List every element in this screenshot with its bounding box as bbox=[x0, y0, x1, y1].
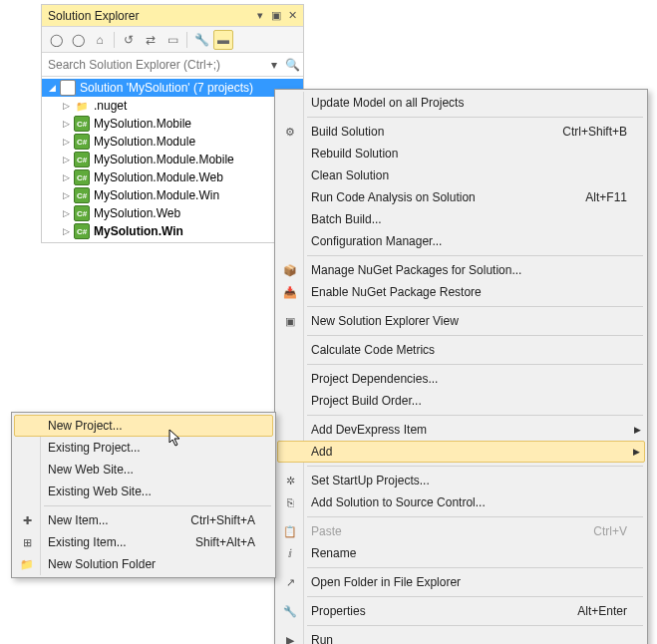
sync-button[interactable]: ↺ bbox=[119, 30, 139, 50]
refresh-button[interactable]: ⇄ bbox=[141, 30, 161, 50]
back-button[interactable]: ◯ bbox=[46, 30, 66, 50]
tree-item-label: MySolution.Win bbox=[92, 224, 183, 238]
properties-button[interactable]: 🔧 bbox=[191, 30, 211, 50]
tree-item-label: .nuget bbox=[92, 99, 127, 113]
tree-root[interactable]: ◢ ▫ Solution 'MySolution' (7 projects) bbox=[42, 79, 303, 97]
menu-item-label: Add DevExpress Item bbox=[311, 423, 627, 437]
close-icon[interactable]: ✕ bbox=[285, 9, 299, 23]
menu-item[interactable]: ⅈRename bbox=[277, 542, 645, 564]
menu-item[interactable]: New Web Site... bbox=[14, 459, 273, 481]
menu-item-label: Clean Solution bbox=[311, 168, 627, 182]
menu-item[interactable]: ⊞Existing Item...Shift+Alt+A bbox=[14, 531, 273, 553]
forward-button[interactable]: ◯ bbox=[68, 30, 88, 50]
folder-icon: 📁 bbox=[74, 98, 90, 114]
expand-icon[interactable]: ◢ bbox=[46, 83, 58, 93]
menu-item-label: Run bbox=[311, 633, 627, 644]
tree-item[interactable]: ▷C#MySolution.Module.Web bbox=[56, 168, 303, 186]
search-bar: ▾ 🔍 bbox=[42, 53, 303, 77]
menu-item-label: New Item... bbox=[48, 513, 190, 527]
paste-icon: 📋 bbox=[281, 522, 299, 540]
tree-item[interactable]: ▷📁.nuget bbox=[56, 97, 303, 115]
expand-icon[interactable]: ▷ bbox=[60, 155, 72, 164]
menu-item[interactable]: Project Dependencies... bbox=[277, 368, 645, 390]
solution-explorer-panel: Solution Explorer ▾ ▣ ✕ ◯ ◯ ⌂ ↺ ⇄ ▭ 🔧 ▬ … bbox=[41, 4, 304, 243]
menu-item-label: Set StartUp Projects... bbox=[311, 474, 627, 487]
rename-icon: ⅈ bbox=[281, 544, 299, 562]
tree-item[interactable]: ▷C#MySolution.Module.Win bbox=[56, 186, 303, 204]
expand-icon[interactable]: ▷ bbox=[60, 190, 72, 200]
menu-item-label: Add bbox=[311, 445, 627, 459]
menu-item[interactable]: 📁New Solution Folder bbox=[14, 553, 273, 575]
home-button[interactable]: ⌂ bbox=[90, 30, 110, 50]
menu-item[interactable]: Project Build Order... bbox=[277, 390, 645, 412]
menu-item[interactable]: ▣New Solution Explorer View bbox=[277, 310, 645, 332]
expand-icon[interactable]: ▷ bbox=[60, 226, 72, 236]
panel-title: Solution Explorer bbox=[46, 9, 253, 23]
menu-item-label: Add Solution to Source Control... bbox=[311, 495, 627, 509]
menu-item[interactable]: 🔧PropertiesAlt+Enter bbox=[277, 600, 645, 622]
menu-item[interactable]: ⎘Add Solution to Source Control... bbox=[277, 491, 645, 513]
menu-separator bbox=[307, 596, 643, 597]
tree-item[interactable]: ▷C#MySolution.Win bbox=[56, 222, 303, 240]
menu-item[interactable]: Add DevExpress Item▶ bbox=[277, 419, 645, 441]
tree-item[interactable]: ▷C#MySolution.Mobile bbox=[56, 115, 303, 133]
menu-item[interactable]: 📥Enable NuGet Package Restore bbox=[277, 281, 645, 303]
menu-item[interactable]: Add▶ bbox=[277, 441, 645, 463]
preview-button[interactable]: ▬ bbox=[213, 30, 233, 50]
panel-titlebar: Solution Explorer ▾ ▣ ✕ bbox=[42, 5, 303, 27]
csproj-icon: C# bbox=[74, 187, 90, 203]
menu-item-label: Open Folder in File Explorer bbox=[311, 575, 627, 589]
menu-separator bbox=[307, 335, 643, 336]
expand-icon[interactable]: ▷ bbox=[60, 119, 72, 129]
menu-item[interactable]: Existing Web Site... bbox=[14, 481, 273, 502]
folder-open-icon: ↗ bbox=[281, 573, 299, 591]
menu-item[interactable]: 📦Manage NuGet Packages for Solution... bbox=[277, 259, 645, 281]
menu-item-label: Manage NuGet Packages for Solution... bbox=[311, 263, 627, 277]
menu-item[interactable]: Calculate Code Metrics bbox=[277, 339, 645, 361]
menu-separator bbox=[307, 117, 643, 118]
menu-item-label: Existing Project... bbox=[48, 441, 255, 455]
menu-item[interactable]: Configuration Manager... bbox=[277, 230, 645, 252]
menu-item-label: Configuration Manager... bbox=[311, 234, 627, 248]
expand-icon[interactable]: ▷ bbox=[60, 208, 72, 218]
tree-item[interactable]: ▷C#MySolution.Web bbox=[56, 204, 303, 222]
add-submenu: New Project...Existing Project...New Web… bbox=[11, 412, 276, 578]
search-dropdown-icon[interactable]: ▾ bbox=[265, 55, 283, 75]
expand-icon[interactable]: ▷ bbox=[60, 172, 72, 182]
menu-item[interactable]: Batch Build... bbox=[277, 208, 645, 230]
menu-item[interactable]: 📋PasteCtrl+V bbox=[277, 520, 645, 542]
expand-icon[interactable]: ▷ bbox=[60, 101, 72, 111]
menu-item[interactable]: ⚙Build SolutionCtrl+Shift+B bbox=[277, 121, 645, 143]
menu-item[interactable]: ↗Open Folder in File Explorer bbox=[277, 571, 645, 593]
dropdown-icon[interactable]: ▾ bbox=[253, 9, 267, 23]
menu-item[interactable]: ✚New Item...Ctrl+Shift+A bbox=[14, 509, 273, 531]
existing-item-icon: ⊞ bbox=[18, 533, 36, 551]
menu-item[interactable]: ▶Run bbox=[277, 629, 645, 644]
menu-item[interactable]: Update Model on all Projects bbox=[277, 92, 645, 114]
menu-item[interactable]: Clean Solution bbox=[277, 164, 645, 186]
expand-icon[interactable]: ▷ bbox=[60, 137, 72, 147]
startup-icon: ✲ bbox=[281, 472, 299, 489]
menu-item[interactable]: Run Code Analysis on SolutionAlt+F11 bbox=[277, 186, 645, 208]
menu-item-label: Batch Build... bbox=[311, 212, 627, 226]
pin-icon[interactable]: ▣ bbox=[269, 9, 283, 23]
menu-item[interactable]: Rebuild Solution bbox=[277, 143, 645, 164]
menu-separator bbox=[307, 516, 643, 517]
menu-item[interactable]: Existing Project... bbox=[14, 437, 273, 459]
submenu-arrow-icon: ▶ bbox=[633, 447, 640, 457]
nuget-restore-icon: 📥 bbox=[281, 283, 299, 301]
solution-tree: ◢ ▫ Solution 'MySolution' (7 projects) ▷… bbox=[42, 77, 303, 242]
tree-item-label: MySolution.Module.Web bbox=[92, 170, 223, 184]
menu-item-label: Existing Item... bbox=[48, 535, 195, 549]
tree-item[interactable]: ▷C#MySolution.Module bbox=[56, 133, 303, 151]
collapse-button[interactable]: ▭ bbox=[163, 30, 182, 50]
menu-item-label: Properties bbox=[311, 604, 577, 618]
menu-item-shortcut: Ctrl+Shift+B bbox=[562, 125, 627, 139]
menu-separator bbox=[44, 505, 271, 506]
search-input[interactable] bbox=[44, 55, 265, 75]
tree-item[interactable]: ▷C#MySolution.Module.Mobile bbox=[56, 151, 303, 168]
search-go-icon[interactable]: 🔍 bbox=[283, 55, 301, 75]
menu-item[interactable]: ✲Set StartUp Projects... bbox=[277, 470, 645, 491]
menu-item-label: Paste bbox=[311, 524, 593, 538]
menu-item[interactable]: New Project... bbox=[14, 415, 273, 437]
